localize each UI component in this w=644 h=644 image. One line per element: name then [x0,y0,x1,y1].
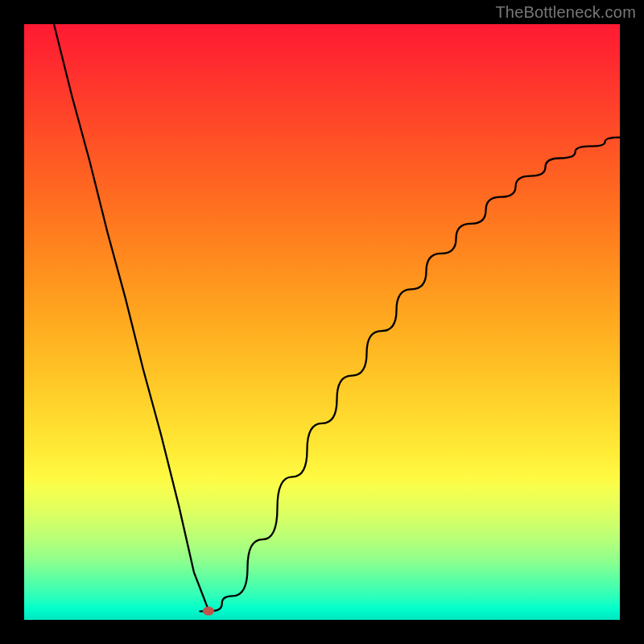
bottleneck-curve [54,24,620,611]
minimum-marker [203,606,214,615]
curve-svg [24,24,620,620]
chart-frame: TheBottleneck.com [0,0,644,644]
watermark-text: TheBottleneck.com [495,3,636,22]
plot-area [24,24,620,620]
